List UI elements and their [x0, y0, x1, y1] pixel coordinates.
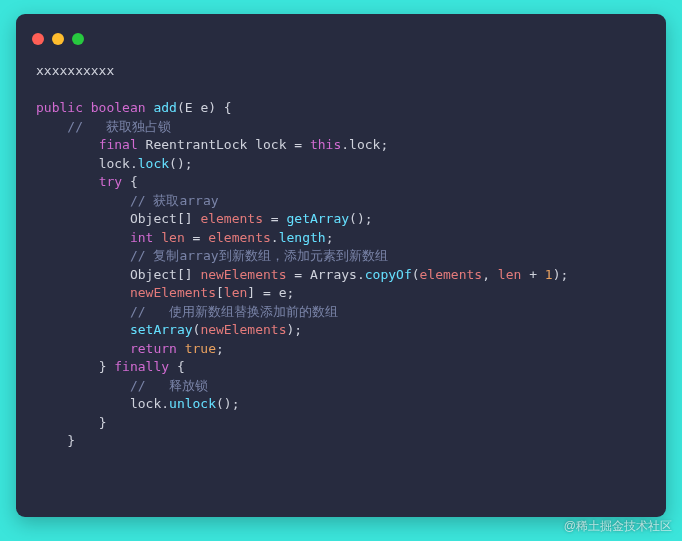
window-titlebar	[16, 14, 666, 54]
code-block: xxxxxxxxxx public boolean add(E e) { // …	[16, 54, 666, 463]
type-reentrantlock: ReentrantLock	[146, 137, 248, 152]
fn-lock: lock	[138, 156, 169, 171]
cls-arrays: Arrays	[310, 267, 357, 282]
var-lock: lock	[255, 137, 286, 152]
bool-true: true	[185, 341, 216, 356]
fn-copyof: copyOf	[365, 267, 412, 282]
fn-add: add	[153, 100, 176, 115]
kw-final: final	[99, 137, 138, 152]
type-object-2: Object	[130, 267, 177, 282]
comment-acquire-lock: // 获取独占锁	[67, 119, 171, 134]
var-newelements-3: newElements	[200, 322, 286, 337]
fn-unlock: unlock	[169, 396, 216, 411]
comment-replace: // 使用新数组替换添加前的数组	[130, 304, 338, 319]
fn-setarray: setArray	[130, 322, 193, 337]
kw-boolean: boolean	[91, 100, 146, 115]
var-newelements-2: newElements	[130, 285, 216, 300]
close-icon[interactable]	[32, 33, 44, 45]
var-elements: elements	[200, 211, 263, 226]
var-elements-3: elements	[420, 267, 483, 282]
var-lock-3: lock	[130, 396, 161, 411]
comment-release: // 释放锁	[130, 378, 208, 393]
watermark-text: @稀土掘金技术社区	[564, 518, 672, 535]
var-lock-2: lock	[99, 156, 130, 171]
var-newelements: newElements	[200, 267, 286, 282]
type-E: E	[185, 100, 193, 115]
kw-this: this	[310, 137, 341, 152]
minimize-icon[interactable]	[52, 33, 64, 45]
kw-int: int	[130, 230, 153, 245]
kw-try: try	[99, 174, 122, 189]
var-elements-2: elements	[208, 230, 271, 245]
var-len-3: len	[224, 285, 247, 300]
comment-copy: // 复制array到新数组，添加元素到新数组	[130, 248, 388, 263]
kw-finally: finally	[114, 359, 169, 374]
kw-public: public	[36, 100, 83, 115]
var-len-2: len	[498, 267, 521, 282]
maximize-icon[interactable]	[72, 33, 84, 45]
num-1: 1	[545, 267, 553, 282]
code-window: xxxxxxxxxx public boolean add(E e) { // …	[16, 14, 666, 517]
var-len: len	[161, 230, 184, 245]
prop-length: length	[279, 230, 326, 245]
kw-return: return	[130, 341, 177, 356]
code-text: xxxxxxxxxx	[36, 63, 114, 78]
field-lock: lock	[349, 137, 380, 152]
fn-getarray: getArray	[286, 211, 349, 226]
comment-get-array: // 获取array	[130, 193, 219, 208]
type-object-1: Object	[130, 211, 177, 226]
